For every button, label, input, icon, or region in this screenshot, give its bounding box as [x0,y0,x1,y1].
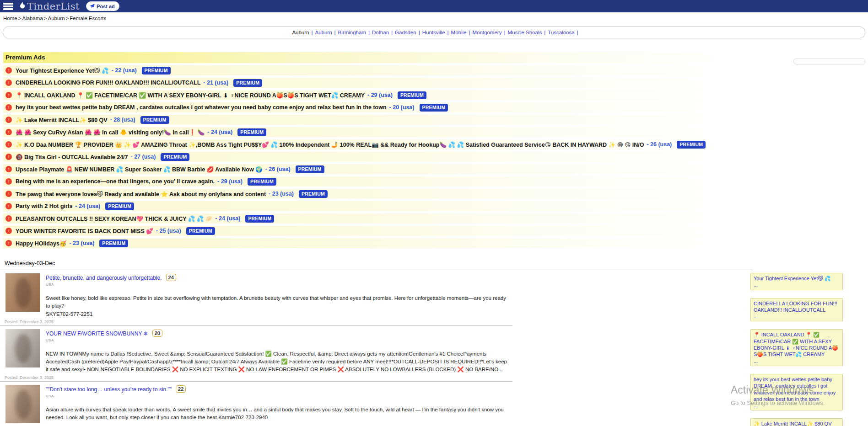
listing-title[interactable]: YOUR NEW FAVORITE SNOWBUNNY ❄ [46,330,148,337]
premium-ad-row[interactable]: 🌺 🌺 Sexy CuRvy Asian 🌺 🌺 in call 🐥 visit… [3,127,750,137]
premium-ad-age: - 28 (usa) [110,117,135,123]
breadcrumb-category: Female Escorts [70,16,106,21]
menu-icon[interactable] [3,3,13,10]
sidebar-ad-box[interactable]: hey its your best wettes petite baby DRE… [750,374,843,410]
empty-ad-slot [793,59,865,64]
breadcrumb-city[interactable]: Auburn [48,16,65,21]
city-link-auburn[interactable]: Auburn [315,30,332,35]
premium-ad-title[interactable]: hey its your best wettes petite baby DRE… [16,104,387,111]
listing-title[interactable]: ""Don't stare too long… unless you're re… [46,386,172,393]
breadcrumb-separator: > [44,16,47,21]
age-badge: 24 [166,274,176,281]
city-link-mobile[interactable]: Mobile [451,30,467,35]
premium-badge: PREMIUM [186,227,215,235]
premium-ad-title[interactable]: Upscale Playmate 🚨 NEW NUMBER 💦 Super So… [16,166,263,173]
sidebar-ad-box[interactable]: Your Tightest Experience Yet😼 💦 ... [750,273,843,290]
premium-ad-row[interactable]: Your Tightest Experience Yet😼 💦 - 22 (us… [3,65,750,75]
city-separator: | [312,30,313,35]
bump-up-icon [5,215,12,222]
premium-ad-age: - 22 (usa) [112,67,137,74]
listing-country: USA [46,338,512,342]
premium-ad-title[interactable]: Party with 2 Hot girls [16,203,72,209]
premium-ad-title[interactable]: 📍 INCALL OAKLAND 📍 ✅ FACETIME/CAR ✅ WITH… [16,92,365,99]
breadcrumb-separator: > [18,16,22,21]
premium-ad-title[interactable]: 🌺 🌺 Sexy CuRvy Asian 🌺 🌺 in call 🐥 visit… [16,129,205,136]
premium-ad-row[interactable]: YOUR WINTER FAVORITE IS BACK DONT MISS 💕… [3,226,750,236]
premium-ad-age: - 24 (usa) [215,215,240,222]
city-link-huntsville[interactable]: Huntsville [422,30,445,35]
listing-thumbnail[interactable] [5,273,40,312]
premium-ad-row[interactable]: CINDERELLA LOOKING FOR FUN!!! OAKLAND!!!… [3,78,750,88]
premium-ad-row[interactable]: Happy HOlidays🥳 - 23 (usa) PREMIUM [3,238,750,248]
premium-ad-title[interactable]: 🔞 Big Tits Girl - OUTCALL Available 24/7 [16,154,128,160]
premium-ad-title[interactable]: Your Tightest Experience Yet😼 💦 [16,67,109,74]
premium-ad-age: - 24 (usa) [207,129,232,135]
brand-name: TinderList [27,1,80,12]
premium-badge: PREMIUM [299,190,328,198]
brand-logo[interactable]: TinderList [19,1,80,12]
premium-ad-age: - 21 (usa) [203,80,228,86]
listing-thumbnail[interactable] [5,329,40,367]
premium-ad-title[interactable]: ✨ K.O Daa NUMBER 🏆 PROVIDER 👑 ✨ 💕 AMAZIN… [16,141,644,148]
city-separator: | [447,30,449,35]
city-link-muscle-shoals[interactable]: Muscle Shoals [507,30,542,35]
premium-ad-title[interactable]: CINDERELLA LOOKING FOR FUN!!! OAKLAND!!!… [16,80,200,86]
premium-ad-title[interactable]: ✨ Lake Merritt INCALL✨ $80 QV [16,117,108,123]
age-badge: 20 [152,330,162,337]
sidebar-ad-title: 📍 INCALL OAKLAND 📍 ✅ FACETIME/CAR ✅ WITH… [754,332,838,357]
premium-ad-row[interactable]: Party with 2 Hot girls - 24 (usa) PREMIU… [3,201,750,211]
posted-date: Posted: December 3, 2025 [5,375,54,380]
premium-ad-row[interactable]: ✨ K.O Daa NUMBER 🏆 PROVIDER 👑 ✨ 💕 AMAZIN… [3,139,750,149]
breadcrumb-home[interactable]: Home [3,16,17,21]
bump-up-icon [5,191,12,197]
premium-ad-title[interactable]: Being with me is an experience—one that … [16,178,215,185]
sidebar-ad-box[interactable]: ✨ Lake Merritt INCALL✨ $80 QV ... [750,418,843,426]
listing-thumbnail[interactable] [5,385,40,423]
premium-ad-title[interactable]: YOUR WINTER FAVORITE IS BACK DONT MISS 💕 [16,228,153,234]
post-ad-button[interactable]: Post ad [86,1,119,11]
city-links-bar: Auburn | Auburn | Birmingham | Dothan | … [3,27,865,38]
premium-ads-section: Premium Ads Your Tightest Experience Yet… [3,52,750,248]
premium-badge: PREMIUM [420,104,448,112]
premium-ad-row[interactable]: The pawg that everyone loves😼 Ready and … [3,189,750,199]
listing-item: ""Don't stare too long… unless you're re… [0,382,512,426]
premium-ad-row[interactable]: hey its your best wettes petite baby DRE… [3,102,750,112]
breadcrumb-state[interactable]: Alabama [22,16,43,21]
breadcrumb-separator: > [66,16,69,21]
bump-up-icon [5,228,12,234]
bump-up-icon [5,67,12,74]
premium-ad-row[interactable]: Being with me is an experience—one that … [3,176,750,186]
city-link-gadsden[interactable]: Gadsden [395,30,416,35]
post-ad-label: Post ad [97,4,115,9]
date-header: Wednesday-03-Dec [0,260,753,270]
premium-ad-age: - 27 (usa) [131,154,156,160]
city-separator: | [469,30,470,35]
premium-ad-title[interactable]: PLEASANTON OUTCALLS !! SEXY KOREAN💖 THIC… [16,215,212,222]
premium-badge: PREMIUM [677,141,706,149]
city-link-tuscaloosa[interactable]: Tuscaloosa [548,30,574,35]
premium-ad-age: - 29 (usa) [367,92,393,98]
sidebar-premium-ads: Your Tightest Experience Yet😼 💦 ... CIND… [750,273,843,426]
premium-ad-row[interactable]: Upscale Playmate 🚨 NEW NUMBER 💦 Super So… [3,164,750,174]
bump-up-icon [5,104,12,111]
premium-ad-title[interactable]: The pawg that everyone loves😼 Ready and … [16,191,266,197]
sidebar-ad-box[interactable]: CINDERELLA LOOKING FOR FUN!!! OAKLAND!!!… [750,298,843,322]
premium-ad-title[interactable]: Happy HOlidays🥳 [16,240,66,247]
premium-ad-row[interactable]: PLEASANTON OUTCALLS !! SEXY KOREAN💖 THIC… [3,213,750,224]
city-separator: | [391,30,393,35]
city-link-montgomery[interactable]: Montgomery [472,30,501,35]
premium-badge: PREMIUM [99,240,128,247]
sidebar-ad-ellipsis: ... [754,402,840,409]
premium-ad-row[interactable]: ✨ Lake Merritt INCALL✨ $80 QV - 28 (usa)… [3,115,750,125]
listing-title[interactable]: Petite, brunette, and dangerously unforg… [46,275,162,281]
premium-badge: PREMIUM [237,128,266,136]
premium-ad-row[interactable]: 📍 INCALL OAKLAND 📍 ✅ FACETIME/CAR ✅ WITH… [3,90,750,100]
city-current: Auburn [292,30,309,35]
premium-ad-row[interactable]: 🔞 Big Tits Girl - OUTCALL Available 24/7… [3,152,750,162]
city-link-birmingham[interactable]: Birmingham [338,30,366,35]
city-link-dothan[interactable]: Dothan [372,30,389,35]
bump-up-icon [5,203,12,209]
sidebar-ad-box[interactable]: 📍 INCALL OAKLAND 📍 ✅ FACETIME/CAR ✅ WITH… [750,329,843,366]
age-badge: 22 [176,385,186,393]
city-separator: | [334,30,336,35]
